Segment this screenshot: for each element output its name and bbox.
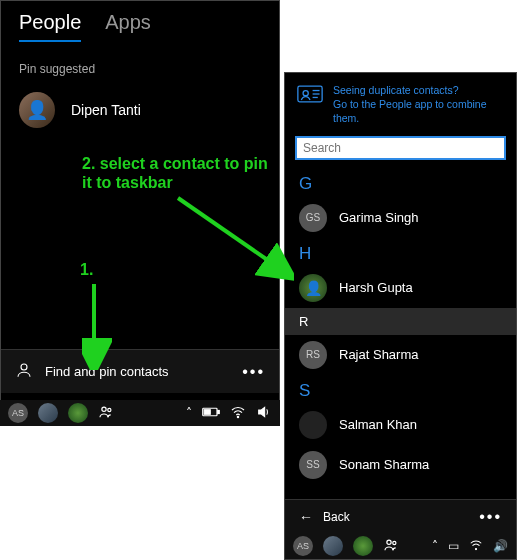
pin-suggested-label: Pin suggested <box>1 48 279 80</box>
letter-header-s[interactable]: S <box>285 375 516 405</box>
contact-row[interactable]: Harsh Gupta <box>285 268 516 308</box>
contacts-list[interactable]: G GS Garima Singh H Harsh Gupta R RS Raj… <box>285 168 516 499</box>
battery-icon[interactable] <box>202 406 220 421</box>
volume-icon[interactable] <box>256 404 272 423</box>
avatar <box>19 92 55 128</box>
svg-point-14 <box>475 548 476 549</box>
duplicate-notice[interactable]: Seeing duplicate contacts? Go to the Peo… <box>285 73 516 136</box>
taskbar-left: AS ˄ <box>0 400 280 426</box>
contact-name: Garima Singh <box>339 210 418 225</box>
taskbar-contact[interactable] <box>353 536 373 556</box>
contact-name: Rajat Sharma <box>339 347 418 362</box>
avatar <box>299 411 327 439</box>
volume-icon[interactable]: 🔊 <box>493 539 508 553</box>
more-icon[interactable]: ••• <box>242 363 265 381</box>
avatar: GS <box>299 204 327 232</box>
contact-name: Salman Khan <box>339 417 417 432</box>
svg-rect-4 <box>218 410 220 413</box>
duplicate-notice-text: Seeing duplicate contacts? Go to the Peo… <box>333 83 504 126</box>
taskbar-contact[interactable] <box>38 403 58 423</box>
arrow-left-icon: ← <box>299 509 313 525</box>
find-and-pin-row[interactable]: Find and pin contacts ••• <box>1 349 279 393</box>
people-bar-icon[interactable] <box>383 537 399 556</box>
svg-point-2 <box>108 408 111 411</box>
avatar <box>299 274 327 302</box>
search-input[interactable] <box>295 136 506 160</box>
people-bar-icon[interactable] <box>98 404 114 423</box>
chevron-up-icon[interactable]: ˄ <box>432 539 438 553</box>
back-row: ← Back ••• <box>285 499 516 533</box>
contacts-card-icon <box>297 83 323 126</box>
back-label: Back <box>323 510 350 524</box>
svg-point-6 <box>237 416 238 417</box>
taskbar-contact[interactable] <box>323 536 343 556</box>
svg-point-12 <box>387 540 391 544</box>
contact-row[interactable]: SS Sonam Sharma <box>285 445 516 485</box>
avatar: RS <box>299 341 327 369</box>
contact-row[interactable]: RS Rajat Sharma <box>285 335 516 375</box>
svg-point-13 <box>393 541 396 544</box>
suggested-contact-name: Dipen Tanti <box>71 102 141 118</box>
tab-bar: People Apps <box>1 1 279 48</box>
tab-apps[interactable]: Apps <box>105 11 151 42</box>
tab-people[interactable]: People <box>19 11 81 42</box>
back-button[interactable]: ← Back <box>299 509 350 525</box>
taskbar-right: AS ˄ ▭ 🔊 <box>285 533 516 559</box>
contact-name: Sonam Sharma <box>339 457 429 472</box>
people-flyout: People Apps Pin suggested Dipen Tanti Fi… <box>0 0 280 420</box>
avatar: SS <box>299 451 327 479</box>
svg-rect-5 <box>204 409 210 414</box>
svg-point-0 <box>21 364 27 370</box>
taskbar-contact-badge[interactable]: AS <box>8 403 28 423</box>
contacts-flyout: Seeing duplicate contacts? Go to the Peo… <box>284 72 517 560</box>
contact-row[interactable]: GS Garima Singh <box>285 198 516 238</box>
contact-row[interactable]: Salman Khan <box>285 405 516 445</box>
more-icon[interactable]: ••• <box>479 508 502 526</box>
letter-header-h[interactable]: H <box>285 238 516 268</box>
svg-point-8 <box>303 91 308 96</box>
wifi-icon[interactable] <box>230 404 246 423</box>
suggested-contact[interactable]: Dipen Tanti <box>1 80 279 140</box>
letter-header-g[interactable]: G <box>285 168 516 198</box>
battery-icon[interactable]: ▭ <box>448 539 459 553</box>
taskbar-contact-badge[interactable]: AS <box>293 536 313 556</box>
taskbar-contact[interactable] <box>68 403 88 423</box>
person-icon <box>15 361 33 383</box>
wifi-icon[interactable] <box>469 538 483 555</box>
find-and-pin-label: Find and pin contacts <box>45 364 169 379</box>
contact-name: Harsh Gupta <box>339 280 413 295</box>
chevron-up-icon[interactable]: ˄ <box>186 406 192 420</box>
letter-header-r[interactable]: R <box>285 308 516 335</box>
svg-point-1 <box>102 407 106 411</box>
